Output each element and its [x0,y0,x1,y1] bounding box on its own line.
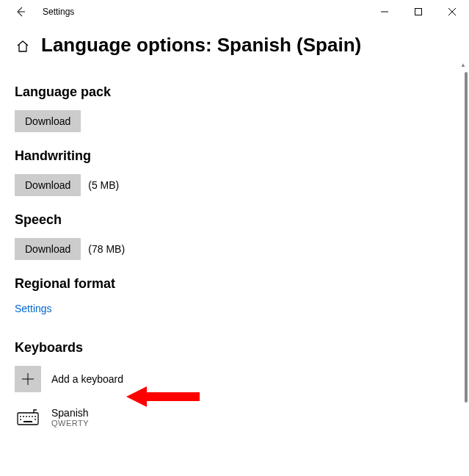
scroll-up-icon: ▲ [459,62,468,68]
page-header: Language options: Spanish (Spain) [0,24,469,62]
svg-rect-0 [415,9,422,15]
keyboard-item-spanish[interactable]: Spanish QWERTY [15,404,454,430]
close-button[interactable] [435,0,469,24]
speech-size-label: (78 MB) [88,243,125,255]
scrollbar-thumb[interactable] [465,72,468,403]
close-icon [448,8,456,15]
add-keyboard-button[interactable]: Add a keyboard [15,366,454,392]
home-icon [16,40,29,53]
svg-point-4 [26,416,27,417]
titlebar: Settings [0,0,469,24]
keyboards-heading: Keyboards [15,340,454,356]
svg-point-6 [32,416,33,417]
svg-rect-1 [18,413,38,425]
keyboard-icon-box [15,404,41,430]
keyboard-icon [17,409,39,425]
maximize-button[interactable] [401,0,435,24]
language-pack-download-button[interactable]: Download [15,110,81,132]
minimize-icon [381,8,388,15]
regional-settings-link[interactable]: Settings [15,303,52,314]
speech-download-button[interactable]: Download [15,238,81,260]
svg-rect-10 [23,421,32,422]
svg-point-5 [29,416,30,417]
handwriting-heading: Handwriting [15,148,454,164]
content-area: Language pack Download Handwriting Downl… [0,62,469,430]
svg-point-7 [34,416,36,417]
speech-heading: Speech [15,212,454,228]
handwriting-download-button[interactable]: Download [15,174,81,196]
keyboard-item-labels: Spanish QWERTY [51,407,89,428]
svg-point-3 [23,416,24,417]
add-keyboard-label: Add a keyboard [51,373,123,385]
svg-point-9 [34,419,36,420]
svg-point-8 [20,419,21,420]
plus-icon [21,372,35,386]
language-pack-heading: Language pack [15,84,454,100]
home-button[interactable] [15,38,31,54]
maximize-icon [415,8,422,15]
back-arrow-icon [15,6,26,18]
scrollbar[interactable]: ▲ [459,62,468,458]
minimize-button[interactable] [368,0,401,24]
keyboard-name: Spanish [51,407,89,419]
handwriting-size-label: (5 MB) [88,179,119,191]
regional-format-heading: Regional format [15,276,454,292]
plus-icon-box [15,366,41,392]
svg-point-2 [20,416,21,417]
window-controls [368,0,469,24]
back-button[interactable] [6,0,35,24]
keyboard-layout: QWERTY [51,419,89,428]
app-title: Settings [43,7,74,17]
page-title: Language options: Spanish (Spain) [41,34,361,57]
